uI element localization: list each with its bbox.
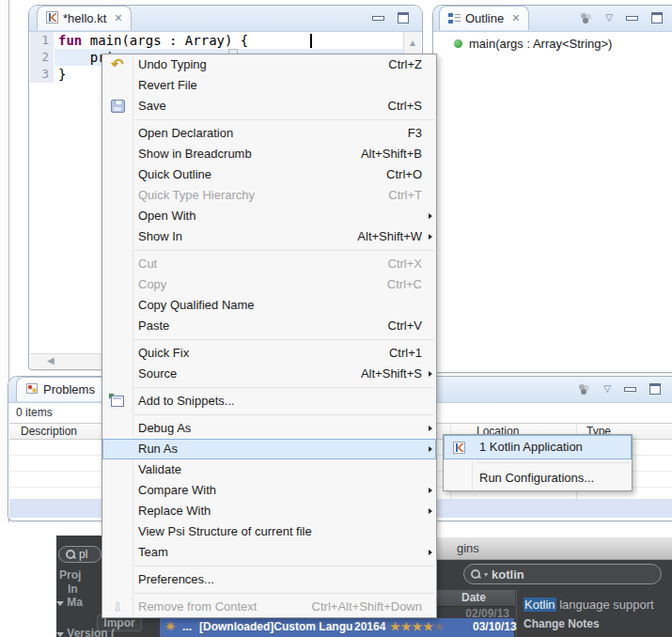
menu-item-shortcut: Ctrl+Z <box>388 54 436 75</box>
menu-item-source[interactable]: SourceAlt+Shift+S <box>102 364 436 384</box>
view-menu-chevron-icon[interactable]: ▽ <box>603 384 611 394</box>
submenu-arrow-icon <box>429 213 432 219</box>
maximize-icon[interactable] <box>398 12 409 23</box>
menu-item-replace-with[interactable]: Replace With <box>102 501 436 521</box>
menu-item-run-as[interactable]: Run As <box>102 439 436 459</box>
search-options-arrow-icon[interactable]: ▾ <box>484 570 488 579</box>
menu-separator <box>102 563 436 569</box>
menu-item-label: Undo Typing <box>133 54 207 75</box>
menu-item-view-psi-structure-of-current-file[interactable]: View Psi Structure of current file <box>102 521 436 542</box>
menu-item-shortcut: Ctrl+C <box>387 274 436 295</box>
menu-item-shortcut: Ctrl+S <box>388 96 436 117</box>
outline-toolbar: ▽ <box>579 12 663 23</box>
menu-item-label: Add to Snippets... <box>133 391 235 412</box>
plugins-search-value: kotlin <box>492 567 524 582</box>
plugin-search-input[interactable]: pl <box>58 546 102 563</box>
plugins-search-input[interactable]: ▾ kotlin <box>463 564 662 584</box>
scroll-up-icon[interactable]: ▲ <box>404 32 421 48</box>
eclipse-screenshot: { "colors": { "menu_highlight": "#dcebfb… <box>0 0 672 637</box>
menu-separator <box>102 336 436 343</box>
menu-item-open-with[interactable]: Open With <box>102 206 436 226</box>
star-icon: ★ <box>390 620 401 633</box>
minimize-icon[interactable] <box>372 16 384 21</box>
menu-separator <box>102 590 436 597</box>
menu-item-label: Show In <box>133 226 182 247</box>
plugin-list-selected-row[interactable]: ✳ ... [Downloaded]Custom Langu 20164 ★★★… <box>160 618 514 637</box>
menu-item-label: Replace With <box>133 501 211 521</box>
text-cursor <box>310 34 312 48</box>
menu-item-label: Run As <box>133 439 178 459</box>
menu-item-quick-outline[interactable]: Quick OutlineCtrl+O <box>102 164 436 185</box>
menu-item-team[interactable]: Team <box>102 542 436 563</box>
menu-item-validate[interactable]: Validate <box>102 459 436 480</box>
close-icon[interactable]: ✕ <box>114 13 122 23</box>
menu-item-save[interactable]: SaveCtrl+S <box>102 96 436 117</box>
maximize-icon[interactable] <box>651 12 663 23</box>
menu-item-shortcut: Ctrl+T <box>388 185 436 206</box>
menu-item-quick-fix[interactable]: Quick FixCtrl+1 <box>102 343 436 364</box>
column-description[interactable]: Description <box>21 425 77 438</box>
menu-item-label: Copy Qualified Name <box>133 295 255 316</box>
menu-item-run-configurations[interactable]: Run Configurations... <box>444 466 632 490</box>
minimize-icon[interactable] <box>626 16 638 21</box>
menu-item-open-declaration[interactable]: Open DeclarationF3 <box>102 123 436 144</box>
menu-item-label: Team <box>133 542 168 563</box>
view-menu-chevron-icon[interactable]: ▽ <box>605 13 613 23</box>
menu-item-compare-with[interactable]: Compare With <box>102 480 436 501</box>
date-column-header[interactable]: Date <box>432 590 515 607</box>
menu-item-label: Open With <box>133 206 195 226</box>
menu-item-show-in[interactable]: Show InAlt+Shift+W <box>102 226 436 247</box>
problems-view-icon <box>25 381 39 397</box>
menu-item-label: Cut <box>133 254 157 274</box>
submenu-arrow-icon <box>429 446 432 452</box>
maximize-icon[interactable] <box>649 383 661 395</box>
code-line-1[interactable]: 1fun main(args : Array) { <box>30 32 403 49</box>
background-text-fragment: In <box>68 583 78 596</box>
star-icon: ★ <box>423 620 434 633</box>
menu-item-shortcut: Alt+Shift+W <box>357 226 436 247</box>
menu-item-label: Source <box>133 364 177 384</box>
undo-icon: ↶ <box>111 57 123 72</box>
menu-item-label: Copy <box>133 274 166 295</box>
menu-item-add-to-snippets[interactable]: Add to Snippets... <box>102 391 436 412</box>
menu-item-label: Debug As <box>133 418 191 439</box>
close-icon[interactable]: ✕ <box>511 13 520 23</box>
editor-context-menu: ↶Undo TypingCtrl+ZRevert FileSaveCtrl+SO… <box>102 54 437 618</box>
plugin-name-prefix: ... <box>182 620 192 633</box>
menu-item-shortcut: Alt+Shift+S <box>361 364 436 384</box>
search-icon <box>471 569 480 579</box>
menu-item-copy-qualified-name[interactable]: Copy Qualified Name <box>102 295 436 316</box>
menu-item-paste[interactable]: PasteCtrl+V <box>102 316 436 336</box>
menu-separator <box>102 412 436 418</box>
scroll-left-icon[interactable]: ◀ <box>47 355 55 365</box>
menu-item-revert-file[interactable]: Revert File <box>102 75 436 96</box>
menu-item-label: Quick Outline <box>133 164 211 185</box>
menu-item-shortcut: Alt+Shift+B <box>361 144 436 164</box>
plugin-downloads: 20164 <box>354 620 385 633</box>
star-icon: ★ <box>413 620 424 633</box>
expander-icon[interactable] <box>56 632 64 637</box>
outline-entry-main[interactable]: main(args : Array<String>) <box>454 37 612 51</box>
menu-item-shortcut: Ctrl+O <box>386 164 436 185</box>
line-number: 3 <box>30 66 54 83</box>
menu-item-shortcut: F3 <box>408 123 436 144</box>
menu-item-undo-typing[interactable]: ↶Undo TypingCtrl+Z <box>102 54 436 75</box>
expander-icon[interactable] <box>56 601 64 606</box>
public-method-icon <box>454 39 462 48</box>
outline-entry-label: main(args : Array<String>) <box>469 37 612 51</box>
menu-item-preferences[interactable]: Preferences... <box>102 569 436 590</box>
snippets-icon <box>111 396 124 407</box>
menu-item-debug-as[interactable]: Debug As <box>102 418 436 439</box>
menu-item-1-kotlin-application[interactable]: 1 Kotlin Application <box>444 435 632 459</box>
menu-item-label: View Psi Structure of current file <box>133 521 312 542</box>
menu-separator <box>102 384 436 391</box>
view-menu-dots-icon[interactable] <box>577 383 590 395</box>
star-icon: ★ <box>434 620 445 633</box>
menu-item-show-in-breadcrumb[interactable]: Show in BreadcrumbAlt+Shift+B <box>102 144 436 164</box>
menu-item-shortcut: Ctrl+Alt+Shift+Down <box>312 597 436 617</box>
outline-tab[interactable]: Outline ✕ <box>439 6 529 30</box>
minimize-icon[interactable] <box>624 387 636 392</box>
editor-tab-hello-kt[interactable]: *hello.kt ✕ <box>37 6 132 30</box>
view-menu-dots-icon[interactable] <box>579 12 592 23</box>
menu-item-label: Revert File <box>133 75 197 96</box>
